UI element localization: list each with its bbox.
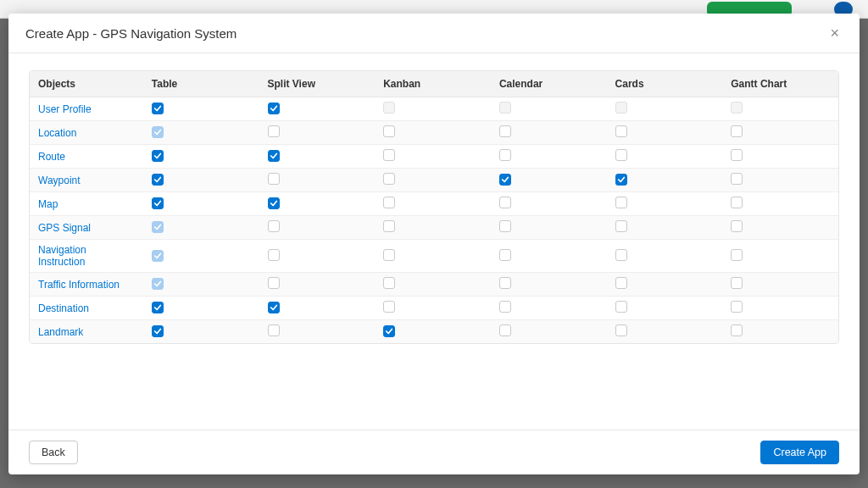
checkbox[interactable] — [731, 149, 743, 161]
checkbox[interactable] — [731, 197, 743, 208]
checkbox[interactable] — [268, 125, 280, 137]
checkbox-cell — [607, 240, 723, 273]
checkbox[interactable] — [152, 174, 164, 186]
checkbox-cell — [143, 216, 259, 240]
checkbox[interactable] — [615, 125, 627, 137]
checkbox[interactable] — [152, 103, 164, 114]
checkbox[interactable] — [615, 324, 627, 336]
object-name: GPS Signal — [30, 216, 143, 240]
checkbox[interactable] — [268, 302, 280, 313]
checkbox[interactable] — [383, 149, 395, 161]
checkbox[interactable] — [499, 277, 511, 289]
views-table: Objects Table Split View Kanban Calendar… — [30, 71, 838, 343]
checkbox[interactable] — [383, 220, 395, 232]
checkbox-cell — [607, 169, 723, 192]
checkbox[interactable] — [499, 301, 511, 313]
checkbox — [499, 102, 511, 114]
modal-footer: Back Create App — [8, 430, 860, 474]
checkbox[interactable] — [731, 125, 743, 137]
checkbox[interactable] — [499, 249, 511, 261]
table-row: GPS Signal — [30, 216, 838, 240]
checkbox-cell — [143, 320, 259, 344]
checkbox[interactable] — [615, 149, 627, 161]
checkbox-cell — [491, 320, 607, 344]
checkbox[interactable] — [731, 301, 743, 313]
checkbox-cell — [722, 121, 838, 145]
back-button[interactable]: Back — [29, 441, 78, 464]
checkbox — [152, 278, 164, 290]
col-split-view: Split View — [259, 71, 376, 97]
col-gantt: Gantt Chart — [722, 71, 838, 97]
checkbox[interactable] — [268, 324, 280, 336]
checkbox[interactable] — [383, 301, 395, 313]
checkbox-cell — [143, 297, 259, 320]
checkbox[interactable] — [383, 125, 395, 137]
checkbox[interactable] — [383, 173, 395, 185]
checkbox[interactable] — [615, 249, 627, 261]
checkbox-cell — [491, 297, 607, 320]
checkbox[interactable] — [499, 149, 511, 161]
checkbox[interactable] — [615, 220, 627, 232]
checkbox[interactable] — [383, 325, 395, 337]
checkbox[interactable] — [268, 173, 280, 185]
checkbox-cell — [143, 192, 259, 216]
object-name: Traffic Information — [30, 273, 143, 297]
checkbox[interactable] — [268, 220, 280, 232]
checkbox[interactable] — [152, 325, 164, 337]
checkbox-cell — [375, 192, 491, 216]
col-table: Table — [143, 71, 259, 97]
checkbox-cell — [259, 216, 376, 240]
checkbox[interactable] — [152, 150, 164, 162]
checkbox[interactable] — [615, 277, 627, 289]
checkbox[interactable] — [499, 220, 511, 232]
checkbox-cell — [607, 192, 723, 216]
checkbox — [731, 102, 743, 114]
views-table-wrap: Objects Table Split View Kanban Calendar… — [29, 70, 839, 344]
checkbox[interactable] — [615, 197, 627, 208]
checkbox[interactable] — [731, 249, 743, 261]
checkbox[interactable] — [268, 277, 280, 289]
checkbox[interactable] — [499, 324, 511, 336]
checkbox[interactable] — [615, 301, 627, 313]
checkbox[interactable] — [383, 197, 395, 208]
checkbox[interactable] — [268, 249, 280, 261]
checkbox[interactable] — [268, 150, 280, 162]
checkbox[interactable] — [499, 197, 511, 208]
checkbox[interactable] — [152, 197, 164, 209]
checkbox-cell — [143, 145, 259, 169]
checkbox-cell — [375, 240, 491, 273]
checkbox-cell — [259, 97, 376, 121]
checkbox-cell — [722, 97, 838, 121]
checkbox[interactable] — [499, 125, 511, 137]
object-name: Map — [30, 192, 143, 216]
checkbox[interactable] — [152, 302, 164, 313]
checkbox — [152, 221, 164, 233]
checkbox[interactable] — [731, 324, 743, 336]
checkbox[interactable] — [731, 277, 743, 289]
checkbox[interactable] — [731, 173, 743, 185]
checkbox — [615, 102, 627, 114]
checkbox[interactable] — [383, 277, 395, 289]
checkbox-cell — [491, 145, 607, 169]
checkbox[interactable] — [383, 249, 395, 261]
table-row: Waypoint — [30, 169, 838, 192]
checkbox[interactable] — [268, 197, 280, 209]
checkbox-cell — [491, 169, 607, 192]
checkbox-cell — [722, 169, 838, 192]
close-icon[interactable]: × — [826, 24, 843, 42]
create-app-button[interactable]: Create App — [760, 441, 839, 464]
checkbox[interactable] — [499, 174, 511, 186]
modal-title: Create App - GPS Navigation System — [25, 26, 236, 41]
checkbox — [152, 126, 164, 138]
checkbox-cell — [722, 240, 838, 273]
checkbox-cell — [722, 297, 838, 320]
checkbox-cell — [491, 240, 607, 273]
checkbox[interactable] — [268, 103, 280, 114]
checkbox-cell — [375, 169, 491, 192]
checkbox-cell — [375, 97, 491, 121]
checkbox-cell — [259, 192, 376, 216]
checkbox[interactable] — [615, 174, 627, 186]
object-name: Waypoint — [30, 169, 143, 192]
checkbox[interactable] — [731, 220, 743, 232]
object-name: Route — [30, 145, 143, 169]
